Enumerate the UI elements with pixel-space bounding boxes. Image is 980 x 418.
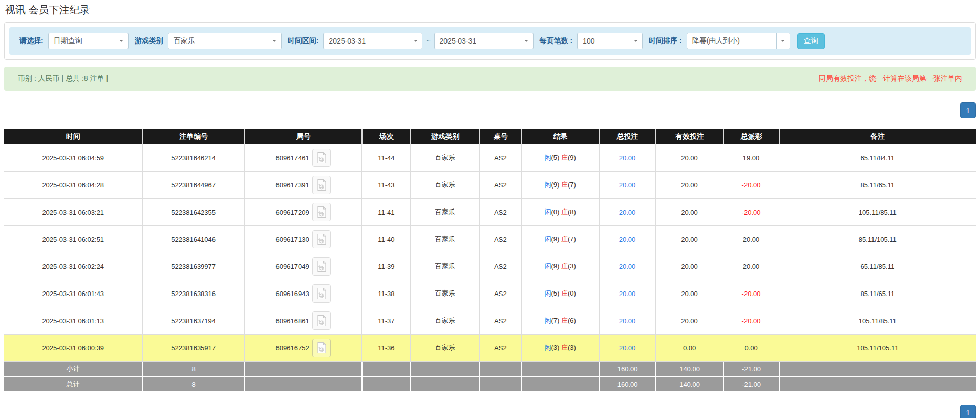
chevron-down-icon[interactable]: [268, 33, 281, 49]
table-row: 2025-03-31 06:03:21522381642355609617209…: [4, 199, 976, 226]
date-from-select[interactable]: 2025-03-31: [323, 33, 422, 49]
cell-payout: 20.00: [723, 226, 778, 253]
video-file-icon: [316, 206, 327, 218]
total-bet-link[interactable]: 20.00: [619, 263, 636, 270]
sort-order-value: 降幂(由大到小): [687, 36, 776, 46]
cell-session: 11-44: [361, 144, 410, 172]
result-banker: 庄: [561, 262, 568, 270]
cell-payout: 20.00: [723, 253, 778, 280]
date-to-value: 2025-03-31: [435, 37, 520, 45]
cell-table: AS2: [479, 172, 521, 199]
cell-bet-id: 522381641046: [142, 226, 244, 253]
total-bet-link[interactable]: 20.00: [619, 317, 636, 325]
cell-table: AS2: [479, 280, 521, 307]
column-header: 时间: [4, 129, 142, 144]
cell-remark: 105.11/85.11: [779, 307, 976, 335]
time-range-label: 时间区间:: [288, 36, 319, 46]
result-player: 闲: [544, 181, 551, 189]
cell-round-id: 609617391: [244, 172, 362, 199]
video-file-icon: [316, 342, 327, 354]
chevron-down-icon[interactable]: [776, 33, 790, 49]
table-row: 2025-03-31 06:04:59522381646214609617461…: [4, 144, 976, 172]
total-bet-link[interactable]: 20.00: [619, 290, 636, 298]
chevron-down-icon[interactable]: [115, 33, 128, 49]
search-button[interactable]: 查询: [797, 33, 825, 49]
cell-total-bet: 20.00: [599, 280, 655, 307]
result-player: 闲: [544, 235, 551, 243]
cell-session: 11-41: [361, 199, 410, 226]
total-bet: 160.00: [599, 362, 655, 377]
total-bet: 160.00: [599, 377, 655, 392]
cell-table: AS2: [479, 253, 521, 280]
view-video-button[interactable]: [312, 339, 331, 357]
pagination-top: 1: [4, 102, 976, 118]
date-from-value: 2025-03-31: [324, 37, 409, 45]
round-id: 609616752: [276, 344, 309, 352]
cell-bet-id: 522381642355: [142, 199, 244, 226]
sort-order-select[interactable]: 降幂(由大到小): [687, 33, 790, 49]
query-type-select[interactable]: 日期查询: [48, 33, 129, 49]
page-1-button[interactable]: 1: [960, 102, 976, 118]
query-type-label: 请选择:: [19, 36, 44, 46]
view-video-button[interactable]: [312, 203, 331, 221]
video-file-icon: [316, 179, 327, 191]
total-bet-link[interactable]: 20.00: [619, 344, 636, 352]
column-header: 游戏类别: [410, 129, 479, 144]
cell-result: 闲(7) 庄(6): [521, 307, 599, 335]
view-video-button[interactable]: [312, 149, 331, 167]
page-size-select[interactable]: 100: [577, 33, 643, 49]
cell-remark: 85.11/65.11: [779, 280, 976, 307]
video-file-icon: [316, 233, 327, 245]
column-header: 备注: [779, 129, 976, 144]
cell-remark: [779, 377, 976, 392]
view-video-button[interactable]: [312, 176, 331, 194]
cell-time: 2025-03-31 06:01:13: [4, 307, 142, 335]
table-row: 2025-03-31 06:02:24522381639977609617049…: [4, 253, 976, 280]
bets-table: 时间注单编号局号场次游戏类别桌号结果总投注有效投注总派彩备注 2025-03-3…: [4, 129, 976, 392]
result-player: 闲: [544, 344, 551, 351]
total-count: 8: [142, 362, 244, 377]
game-category-select[interactable]: 百家乐: [168, 33, 282, 49]
chevron-down-icon[interactable]: [629, 33, 642, 49]
cell-bet-id: 522381639977: [142, 253, 244, 280]
pagination-bottom: 1: [4, 405, 976, 418]
column-header: 结果: [521, 129, 599, 144]
cell-payout: 19.00: [723, 144, 778, 172]
total-bet-link[interactable]: 20.00: [619, 181, 636, 189]
cell-total-bet: 20.00: [599, 335, 655, 362]
view-video-button[interactable]: [312, 257, 331, 276]
total-bet-link[interactable]: 20.00: [619, 154, 636, 162]
cell-session: [361, 377, 410, 392]
chevron-down-icon[interactable]: [409, 33, 422, 49]
cell-bet-id: 522381635917: [142, 335, 244, 362]
total-label: 小计: [4, 362, 142, 377]
cell-valid-bet: 20.00: [655, 226, 723, 253]
total-payout: -21.00: [723, 377, 778, 392]
video-file-icon: [316, 287, 327, 300]
page-1-button[interactable]: 1: [960, 405, 976, 418]
column-header: 总派彩: [723, 129, 778, 144]
view-video-button[interactable]: [312, 311, 331, 330]
date-range-separator: ~: [426, 37, 430, 45]
cell-total-bet: 20.00: [599, 199, 655, 226]
total-bet-link[interactable]: 20.00: [619, 208, 636, 216]
video-file-icon: [316, 152, 327, 164]
cell-table: AS2: [479, 199, 521, 226]
total-valid-bet: 140.00: [655, 362, 723, 377]
cell-game: 百家乐: [410, 144, 479, 172]
cell-result: 闲(3) 庄(3): [521, 335, 599, 362]
total-bet-link[interactable]: 20.00: [619, 236, 636, 243]
cell-time: 2025-03-31 06:04:28: [4, 172, 142, 199]
cell-remark: 85.11/105.11: [779, 226, 976, 253]
cell-table: AS2: [479, 307, 521, 335]
view-video-button[interactable]: [312, 230, 331, 248]
column-header: 场次: [361, 129, 410, 144]
date-to-select[interactable]: 2025-03-31: [434, 33, 534, 49]
sort-order-label: 时间排序 :: [649, 36, 682, 46]
view-video-button[interactable]: [312, 284, 331, 303]
chevron-down-icon[interactable]: [520, 33, 533, 49]
cell-result: 闲(9) 庄(7): [521, 172, 599, 199]
result-banker: 庄: [561, 208, 568, 216]
cell-time: 2025-03-31 06:00:39: [4, 335, 142, 362]
result-player: 闲: [544, 262, 551, 270]
